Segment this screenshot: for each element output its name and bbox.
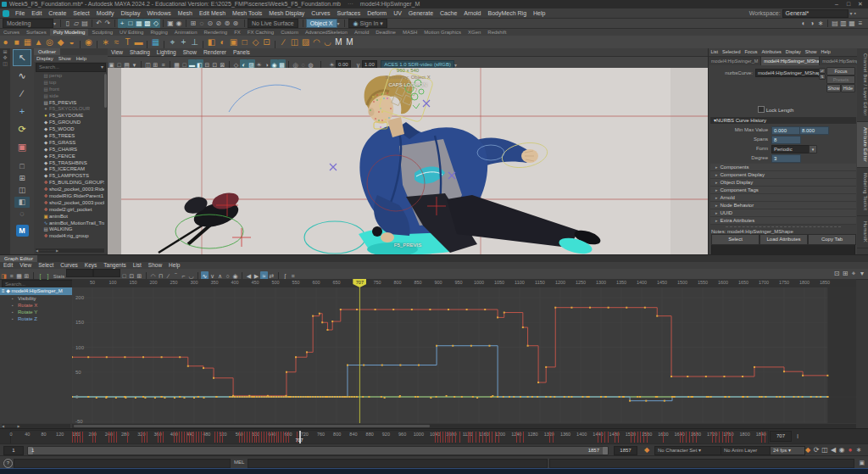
viewport-menu-show[interactable]: Show — [180, 48, 200, 56]
combine-icon[interactable]: ▣ — [228, 36, 239, 48]
snap-view-icon[interactable]: ⊚ — [223, 19, 231, 28]
keyframe-tick[interactable] — [728, 432, 729, 443]
keyframe-tick[interactable] — [663, 432, 664, 443]
load-attributes-button[interactable]: Load Attributes — [760, 234, 808, 245]
keyframe-tick[interactable] — [184, 432, 185, 443]
keyframe-tick[interactable] — [523, 432, 524, 443]
new-scene-icon[interactable]: ▯ — [64, 19, 72, 28]
snap-point-icon[interactable]: ⊙ — [206, 19, 214, 28]
main-menu-curves[interactable]: Curves — [308, 8, 333, 18]
viewport-menu-lighting[interactable]: Lighting — [153, 48, 180, 56]
keyframe-tick[interactable] — [158, 432, 159, 443]
metro-m-icon[interactable]: M — [344, 36, 355, 48]
main-menu-uv[interactable]: UV — [390, 8, 405, 18]
frame-all-icon[interactable]: ⊡ — [832, 269, 841, 278]
outliner-item-top[interactable]: ▤top — [34, 80, 104, 86]
reduce-icon[interactable]: ◡ — [322, 36, 333, 48]
paint-select-tool[interactable]: ∕ — [13, 85, 31, 102]
poly-disc-icon[interactable]: ◒ — [66, 36, 77, 48]
outliner-item-f5-previs[interactable]: ▤F5_PREVIS — [34, 100, 104, 107]
attr-field-min-max-value-1[interactable]: 8.000 — [799, 126, 829, 135]
ae-tab-model4-hipswingreverse[interactable]: model4:HipSwingReverse — [820, 57, 858, 65]
menu-set-dropdown-icon[interactable]: ▾ — [53, 21, 56, 26]
track-selection-icon[interactable]: ◉ — [175, 19, 183, 28]
main-menu-modify[interactable]: Modify — [93, 8, 118, 18]
save-scene-icon[interactable]: ▤ — [81, 19, 89, 28]
ae-menu-help[interactable]: Help — [819, 48, 832, 56]
outliner-vertical-scrollbar[interactable] — [104, 74, 107, 108]
section-component-tags[interactable]: ▸Component Tags — [710, 187, 856, 194]
outliner-item-animbot[interactable]: ▣animBot — [34, 214, 104, 220]
ae-tab-model4-hipswinger-mshape[interactable]: model4:HipSwinger_MShape — [761, 57, 820, 65]
construction-plane-icon[interactable]: ⌖ — [167, 36, 178, 48]
keyframe-tick[interactable] — [82, 432, 83, 443]
animation-end-field[interactable]: 1857 — [614, 446, 637, 455]
anim-prefs-icon[interactable]: ∗ — [854, 445, 863, 454]
outliner-menu-display[interactable]: Display — [34, 55, 56, 62]
keyframe-tick[interactable] — [732, 432, 732, 443]
keyframe-tick[interactable] — [114, 432, 114, 443]
main-menu-file[interactable]: File — [12, 8, 28, 18]
graph-plot-area[interactable]: 200150100500-50 — [72, 287, 856, 423]
keyframe-tick[interactable] — [459, 432, 460, 443]
keyframe-tick[interactable] — [445, 432, 446, 443]
quad-draw-icon[interactable]: ▨ — [300, 36, 311, 48]
fps-selector[interactable]: 24 fps ▾ — [770, 446, 805, 455]
main-menu-create[interactable]: Create — [45, 8, 70, 18]
sidebar-tab-humanik[interactable]: HumanIK — [857, 216, 868, 248]
measure-icon[interactable]: ⊥ — [189, 36, 200, 48]
channel-rotate-x[interactable]: ▪Rotate X — [0, 302, 72, 309]
keyframe-tick[interactable] — [449, 432, 450, 443]
keyframe-tick[interactable] — [492, 432, 492, 443]
calculator-icon[interactable]: ▦ — [150, 36, 161, 48]
attr-field-spans[interactable]: 8 — [771, 136, 801, 144]
minimize-button[interactable]: – — [831, 0, 843, 8]
shelf-tab-animation[interactable]: Animation — [171, 29, 201, 36]
tab-forward-icon[interactable]: ⇅ — [819, 74, 826, 80]
stats-field-1[interactable] — [93, 269, 120, 277]
ae-menu-attributes[interactable]: Attributes — [760, 48, 783, 56]
snap-grid-icon[interactable]: ⊞ — [189, 19, 198, 28]
clip-icon[interactable]: ◫ — [821, 445, 829, 454]
keyframe-tick[interactable] — [647, 432, 648, 443]
extrude-icon[interactable]: ⊡ — [261, 36, 272, 48]
shelf-tab-rendering[interactable]: Rendering — [200, 29, 231, 36]
keyframe-tick[interactable] — [761, 432, 762, 443]
lasso-tool[interactable]: ∿ — [13, 67, 31, 84]
keyframe-tick[interactable] — [271, 432, 272, 443]
keyframe-tick[interactable] — [470, 432, 470, 443]
attr-field-min-max-value-0[interactable]: 0.000 — [771, 126, 801, 135]
close-button[interactable]: ✕ — [854, 0, 866, 8]
outliner-item-modelrig-riderparent1[interactable]: ✥modelRIG:RiderParent1 — [34, 193, 104, 200]
keyframe-tick[interactable] — [92, 432, 93, 443]
keyframe-tick[interactable] — [719, 432, 720, 443]
viewport-menu-panels[interactable]: Panels — [230, 48, 253, 56]
keyframe-tick[interactable] — [489, 432, 490, 443]
select-component-icon[interactable]: ▦ — [135, 19, 143, 28]
snap-curve-icon[interactable]: ◌ — [198, 19, 206, 28]
keyframe-tick[interactable] — [186, 432, 187, 443]
outliner-item-walking[interactable]: ▤WALKING — [34, 226, 104, 233]
keyframe-tick[interactable] — [174, 432, 175, 443]
panel-toggle-left-icon[interactable]: ▤ — [831, 19, 839, 28]
keyframe-tick[interactable] — [252, 432, 253, 443]
ae-tab-model4-hipswinger-m[interactable]: model4:HipSwinger_M — [709, 57, 761, 65]
bevel-icon[interactable]: ◇ — [250, 36, 261, 48]
mirror-icon[interactable]: ◧ — [206, 36, 217, 48]
keyframe-tick[interactable] — [440, 432, 441, 443]
outliner-item-f5-grass[interactable]: ◆F5_GRASS — [34, 140, 104, 147]
attr-field-form[interactable]: Periodic — [771, 145, 810, 153]
keyframe-tick[interactable] — [176, 432, 177, 443]
ae-menu-display[interactable]: Display — [783, 48, 803, 56]
keyframe-tick[interactable] — [247, 432, 248, 443]
poly-plane-icon[interactable]: ◆ — [55, 36, 66, 48]
sync-icon[interactable]: ◉ — [837, 445, 846, 454]
poly-mesh-icon[interactable]: ▦ — [22, 36, 33, 48]
shelf-tab-arnold[interactable]: Arnold — [351, 29, 372, 36]
star-icon[interactable]: ∗ — [100, 36, 111, 48]
keyframe-tick[interactable] — [520, 432, 520, 443]
workspace-lock-icon[interactable]: ▪ — [854, 10, 856, 16]
render-icon[interactable]: ◐ — [799, 19, 808, 28]
keyframe-tick[interactable] — [442, 432, 443, 443]
ae-menu-focus[interactable]: Focus — [743, 48, 760, 56]
